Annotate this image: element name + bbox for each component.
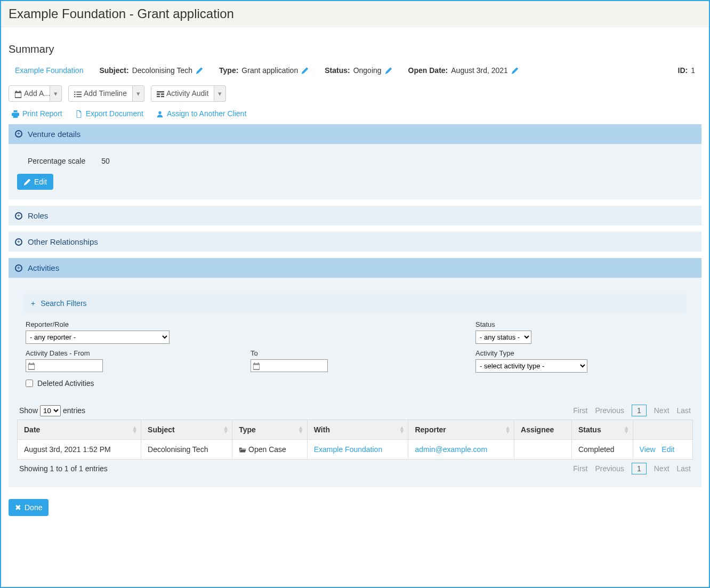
activities-header[interactable]: + Activities: [9, 258, 701, 278]
col-with[interactable]: With▲▼: [307, 420, 408, 440]
pager-page-1[interactable]: 1: [632, 405, 647, 416]
collapse-icon: +: [31, 299, 35, 308]
pager-last[interactable]: Last: [677, 464, 691, 473]
list-icon: [74, 89, 82, 98]
date-to-filter: To: [251, 349, 459, 373]
pencil-icon[interactable]: [301, 66, 309, 75]
col-type[interactable]: Type▲▼: [232, 420, 308, 440]
expand-icon: +: [15, 212, 22, 220]
col-subject[interactable]: Subject▲▼: [141, 420, 232, 440]
cell-reporter: admin@example.com: [408, 440, 514, 460]
calendar-icon: [14, 89, 22, 98]
status-select[interactable]: - any status -: [475, 331, 531, 344]
pager-first[interactable]: First: [573, 406, 587, 415]
search-filters-header[interactable]: + Search Filters: [23, 294, 687, 313]
edit-button[interactable]: Edit: [17, 174, 53, 190]
pager-prev[interactable]: Previous: [595, 406, 624, 415]
collapse-icon: +: [15, 264, 22, 272]
deleted-activities-checkbox[interactable]: [26, 380, 33, 387]
export-document-link[interactable]: Export Document: [75, 109, 143, 118]
pencil-icon[interactable]: [511, 66, 519, 75]
status-item: Status: Ongoing: [325, 66, 392, 75]
reporter-link[interactable]: admin@example.com: [415, 445, 487, 454]
done-button[interactable]: ✖ Done: [9, 499, 49, 516]
activity-type-filter: Activity Type - select activity type -: [475, 349, 684, 373]
print-report-link[interactable]: Print Report: [12, 109, 62, 118]
calendar-icon: [28, 361, 35, 370]
expand-icon: +: [15, 238, 22, 246]
add-timeline-group: Add Timeline ▾: [68, 85, 144, 101]
sort-icon: ▲▼: [223, 426, 229, 433]
status-filter: Status - any status -: [475, 320, 684, 344]
activities-table: Date▲▼ Subject▲▼ Type▲▼ With▲▼ Reporter▲…: [17, 420, 693, 460]
activities-body: + Search Filters Reporter/Role - any rep…: [9, 278, 701, 487]
folder-open-icon: [239, 445, 246, 454]
pager-first[interactable]: First: [573, 464, 587, 473]
roles-header[interactable]: + Roles: [9, 206, 701, 225]
add-activity-button[interactable]: Add A...: [9, 85, 50, 101]
calendar-icon: [253, 361, 260, 370]
reporter-filter: Reporter/Role - any reporter -: [26, 320, 235, 344]
pager-next[interactable]: Next: [654, 464, 669, 473]
reporter-select[interactable]: - any reporter -: [26, 331, 170, 344]
entries-length: Show 10 entries: [19, 405, 85, 416]
sort-icon: ▲▼: [505, 426, 511, 433]
percentage-scale-value: 50: [101, 157, 110, 165]
sort-icon: ▲▼: [624, 426, 630, 433]
assign-client-link[interactable]: Assign to Another Client: [156, 109, 246, 118]
cell-assignee: [514, 440, 572, 460]
summary-row: Example Foundation Subject: Decolonising…: [9, 63, 701, 78]
col-assignee[interactable]: Assignee: [514, 420, 572, 440]
pager-bottom: First Previous 1 Next Last: [573, 463, 691, 474]
table-icon: [157, 89, 164, 98]
client-link[interactable]: Example Foundation: [15, 66, 83, 75]
activity-audit-button[interactable]: Activity Audit: [151, 85, 214, 101]
cell-actions: View Edit: [633, 440, 692, 460]
entries-select[interactable]: 10: [40, 405, 61, 416]
caret-down-icon: ▾: [218, 90, 222, 98]
cell-subject: Decolonising Tech: [141, 440, 232, 460]
collapse-icon: +: [15, 130, 22, 138]
cell-status: Completed: [571, 440, 633, 460]
pencil-icon: [23, 178, 31, 186]
col-status[interactable]: Status▲▼: [571, 420, 633, 440]
date-from-input[interactable]: [26, 359, 103, 372]
add-timeline-caret[interactable]: ▾: [133, 85, 144, 101]
col-actions: [633, 420, 692, 440]
pager-last[interactable]: Last: [677, 406, 691, 415]
add-activity-caret[interactable]: ▾: [50, 85, 62, 101]
id-item: ID: 1: [678, 66, 695, 75]
sort-icon: ▲▼: [298, 426, 304, 433]
user-icon: [156, 109, 164, 118]
venture-details-header[interactable]: + Venture details: [9, 124, 701, 144]
subject-item: Subject: Decolonising Tech: [99, 66, 203, 75]
deleted-activities-label: Deleted Activities: [37, 379, 94, 388]
date-to-input[interactable]: [251, 359, 328, 372]
page-title: Example Foundation - Grant application: [9, 6, 701, 21]
close-icon: ✖: [15, 503, 21, 512]
add-timeline-button[interactable]: Add Timeline: [68, 85, 133, 101]
activity-type-select[interactable]: - select activity type -: [475, 359, 587, 373]
pager-top: First Previous 1 Next Last: [573, 405, 691, 416]
pencil-icon[interactable]: [196, 66, 203, 75]
with-link[interactable]: Example Foundation: [314, 445, 382, 454]
view-link[interactable]: View: [640, 445, 656, 454]
cell-type: Open Case: [232, 440, 308, 460]
table-row: August 3rd, 2021 1:52 PM Decolonising Te…: [18, 440, 693, 460]
col-date[interactable]: Date▲▼: [18, 420, 141, 440]
activity-audit-caret[interactable]: ▾: [214, 85, 226, 101]
caret-down-icon: ▾: [136, 90, 140, 98]
pager-page-1[interactable]: 1: [632, 463, 647, 474]
pencil-icon[interactable]: [385, 66, 392, 75]
caret-down-icon: ▾: [54, 90, 58, 98]
sort-icon: ▲▼: [132, 426, 138, 433]
pager-next[interactable]: Next: [654, 406, 669, 415]
col-reporter[interactable]: Reporter▲▼: [408, 420, 514, 440]
other-relationships-header[interactable]: + Other Relationships: [9, 232, 701, 252]
summary-heading: Summary: [9, 43, 701, 55]
pager-prev[interactable]: Previous: [595, 464, 624, 473]
open-date-item: Open Date: August 3rd, 2021: [408, 66, 519, 75]
edit-link[interactable]: Edit: [661, 445, 674, 454]
date-from-filter: Activity Dates - From: [26, 349, 235, 373]
activity-audit-group: Activity Audit ▾: [151, 85, 226, 101]
